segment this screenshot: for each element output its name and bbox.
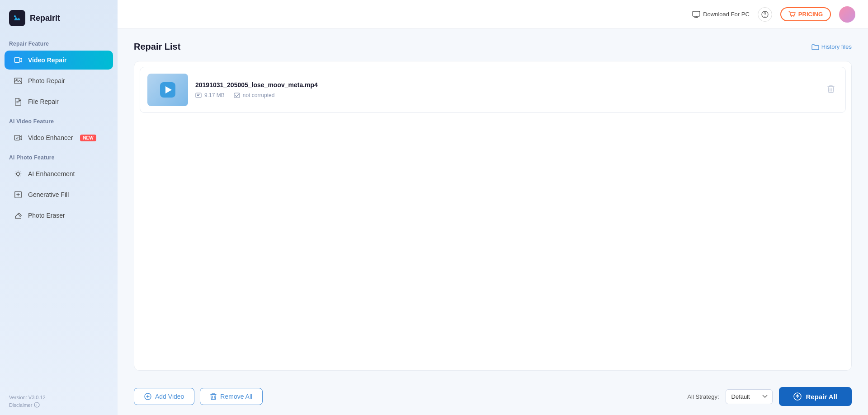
repair-icon xyxy=(793,392,802,401)
play-icon xyxy=(160,82,175,98)
new-badge: NEW xyxy=(80,135,96,141)
video-repair-icon xyxy=(14,56,23,65)
sidebar-item-generative-fill[interactable]: Generative Fill xyxy=(5,185,113,204)
file-status-item: not corrupted xyxy=(234,92,275,98)
file-list: 20191031_205005_lose_moov_meta.mp4 9.17 … xyxy=(134,61,852,371)
svg-point-15 xyxy=(791,16,792,17)
add-icon xyxy=(144,393,151,400)
sidebar: Repairit Repair Feature Video Repair Pho… xyxy=(0,0,118,415)
file-thumbnail xyxy=(147,74,188,106)
history-files-btn[interactable]: History files xyxy=(811,43,852,50)
disclaimer-link[interactable]: Disclaimer i xyxy=(9,402,108,408)
sidebar-item-photo-repair[interactable]: Photo Repair xyxy=(5,71,113,90)
generative-fill-icon xyxy=(14,190,23,199)
strategy-select[interactable]: Default Advanced xyxy=(726,389,773,404)
folder-icon xyxy=(811,44,819,50)
file-status: not corrupted xyxy=(243,92,275,98)
repair-all-label: Repair All xyxy=(806,393,837,401)
trash-icon xyxy=(827,85,835,93)
file-name: 20191031_205005_lose_moov_meta.mp4 xyxy=(195,81,816,89)
bottom-bar: Add Video Remove All All Strategy: Defau… xyxy=(134,380,852,415)
pricing-label: PRICING xyxy=(798,11,823,18)
app-name: Repairit xyxy=(30,14,60,23)
ai-enhancement-label: AI Enhancement xyxy=(28,170,75,177)
svg-point-16 xyxy=(793,16,794,17)
ai-enhancement-icon xyxy=(14,169,23,178)
download-label: Download For PC xyxy=(703,11,750,18)
sidebar-item-photo-eraser[interactable]: Photo Eraser xyxy=(5,206,113,225)
photo-eraser-label: Photo Eraser xyxy=(28,212,65,219)
version-text: Version: V3.0.12 xyxy=(9,395,108,400)
svg-rect-0 xyxy=(12,13,22,23)
photo-repair-label: Photo Repair xyxy=(28,77,65,84)
file-meta: 9.17 MB not corrupted xyxy=(195,92,816,98)
pricing-button[interactable]: PRICING xyxy=(780,7,831,21)
main-content: Download For PC PRICING Repair List xyxy=(118,0,868,415)
help-button[interactable] xyxy=(758,7,772,22)
help-icon xyxy=(761,11,769,18)
svg-rect-7 xyxy=(14,135,20,140)
cart-icon xyxy=(788,11,796,18)
generative-fill-label: Generative Fill xyxy=(28,191,69,198)
bottom-left-actions: Add Video Remove All xyxy=(134,388,263,405)
file-size-item: 9.17 MB xyxy=(195,92,225,98)
disclaimer-label: Disclaimer xyxy=(9,402,32,408)
section-repair-title: Repair Feature xyxy=(0,34,118,50)
svg-text:i: i xyxy=(37,403,38,407)
file-repair-label: File Repair xyxy=(28,98,59,105)
content-area: Repair List History files 20191031_20500… xyxy=(118,29,868,415)
section-ai-video-title: AI Video Feature xyxy=(0,112,118,127)
remove-icon xyxy=(210,393,217,400)
logo-icon xyxy=(9,10,25,26)
svg-point-14 xyxy=(764,16,765,17)
app-logo: Repairit xyxy=(0,0,118,34)
table-row: 20191031_205005_lose_moov_meta.mp4 9.17 … xyxy=(140,67,846,113)
add-video-label: Add Video xyxy=(155,393,184,400)
video-enhancer-icon xyxy=(14,133,23,142)
header: Download For PC PRICING xyxy=(118,0,868,29)
download-for-pc-btn[interactable]: Download For PC xyxy=(692,11,750,18)
content-header: Repair List History files xyxy=(134,42,852,52)
video-enhancer-label: Video Enhancer xyxy=(28,134,73,141)
sidebar-footer: Version: V3.0.12 Disclaimer i xyxy=(0,387,118,415)
remove-all-button[interactable]: Remove All xyxy=(200,388,263,405)
repair-all-button[interactable]: Repair All xyxy=(779,387,852,406)
file-repair-icon xyxy=(14,97,23,106)
svg-rect-12 xyxy=(693,11,700,16)
sidebar-item-video-enhancer[interactable]: Video Enhancer NEW xyxy=(5,128,113,147)
add-video-button[interactable]: Add Video xyxy=(134,388,194,405)
photo-repair-icon xyxy=(14,76,23,85)
sidebar-item-ai-enhancement[interactable]: AI Enhancement xyxy=(5,164,113,183)
svg-point-1 xyxy=(14,15,16,17)
delete-file-button[interactable] xyxy=(824,81,838,98)
user-avatar[interactable] xyxy=(839,6,855,23)
status-icon xyxy=(234,92,240,98)
history-files-label: History files xyxy=(821,43,852,50)
sidebar-item-file-repair[interactable]: File Repair xyxy=(5,92,113,111)
file-size: 9.17 MB xyxy=(204,92,225,98)
monitor-icon xyxy=(692,11,700,18)
size-icon xyxy=(195,92,202,98)
svg-rect-20 xyxy=(234,93,240,98)
info-icon: i xyxy=(34,402,40,408)
play-triangle xyxy=(165,86,172,93)
file-info: 20191031_205005_lose_moov_meta.mp4 9.17 … xyxy=(195,81,816,98)
svg-point-8 xyxy=(16,172,19,175)
section-ai-photo-title: AI Photo Feature xyxy=(0,148,118,163)
page-title: Repair List xyxy=(134,42,180,52)
strategy-label: All Strategy: xyxy=(687,393,719,400)
video-repair-label: Video Repair xyxy=(28,56,66,64)
svg-rect-2 xyxy=(14,58,20,63)
photo-eraser-icon xyxy=(14,211,23,220)
sidebar-item-video-repair[interactable]: Video Repair xyxy=(5,51,113,70)
bottom-right-actions: All Strategy: Default Advanced Repair Al… xyxy=(687,387,852,406)
remove-all-label: Remove All xyxy=(220,393,252,400)
